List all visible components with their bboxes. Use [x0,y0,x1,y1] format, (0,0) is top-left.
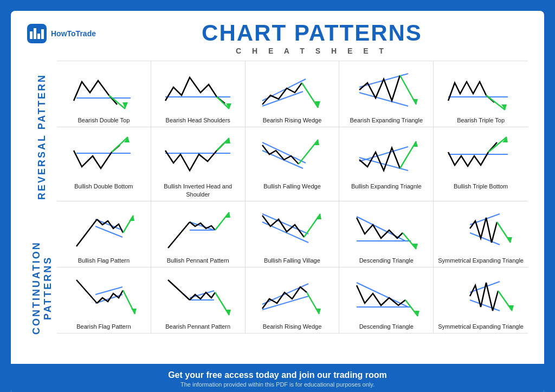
svg-line-26 [299,140,318,164]
label-bullish-expanding-triangle: Bullish Expanding Triagnle [351,182,422,190]
chart-bearish-triple-top [443,66,519,114]
pattern-cell-descending-triangle-2: Descending Triangle [339,267,434,333]
logo-bar-2 [34,28,36,39]
chart-descending-triangle [349,206,424,254]
pattern-cell-bullish-flag: Bullish Flag Pattern [57,201,151,267]
svg-line-64 [168,280,190,300]
svg-line-73 [405,300,418,316]
chart-bearish-pennant [160,272,236,321]
logo-text: HowToTrade [51,29,96,38]
chart-bullish-expanding-triangle [349,132,424,180]
title-area: CHART PATTERNS C H E A T S H E E T [96,22,528,55]
label-bearish-rising-wedge-cont: Bearish Rising Wedge [263,323,322,330]
label-bullish-inverted-head-shoulder: Bullish Inverted Head and Shoulder [154,182,242,198]
chart-symmetrical-expanding-1 [443,206,519,254]
label-bearish-rising-wedge: Bearish Rising Wedge [263,116,322,124]
svg-marker-44 [225,212,230,218]
logo-area: HowToTrade [27,24,96,43]
footer: Get your free access today and join our … [11,364,544,392]
chart-bullish-inverted-head-shoulder [160,132,236,180]
outer-container: HowToTrade CHART PATTERNS C H E A T S H … [5,5,550,392]
label-bearish-expanding-triangle: Bearish Expanding Triangle [350,116,423,124]
label-descending-triangle-2: Descending Triangle [359,323,414,330]
pattern-cell-bearish-flag: Bearish Flag Pattern [57,267,151,333]
continuation-label: CONTINUATION PATTERNS [27,212,57,364]
label-bullish-pennant: Bullish Pennant Pattern [167,257,229,264]
pattern-cell-bullish-triple-bottom: Bullish Triple Bottom [434,127,528,201]
chart-bullish-falling-wedge [254,132,330,180]
label-bullish-double-bottom: Bullish Double Bottom [74,182,133,190]
chart-bearish-double-top [66,66,141,114]
svg-marker-48 [316,214,321,219]
svg-marker-27 [314,140,319,145]
chart-bearish-rising-wedge-cont [254,272,330,321]
pattern-cell-bearish-double-top: Bearish Double Top [57,61,151,127]
logo-bars [30,28,44,39]
chart-bullish-triple-bottom [443,132,519,180]
label-bullish-falling-wedge: Bullish Falling Wedge [263,182,321,190]
svg-line-33 [488,137,507,152]
label-bearish-flag: Bearish Flag Pattern [76,323,131,330]
pattern-cell-descending-triangle: Descending Triangle [339,201,434,267]
footer-sub: The information provided within this PDF… [17,381,538,388]
label-symmetrical-expanding-1: Symmetrical Expanding Triangle [438,257,524,264]
label-bearish-pennant: Bearish Pennant Pattern [165,323,230,330]
chart-bearish-rising-wedge [254,66,330,114]
label-descending-triangle-1: Descending Triangle [359,257,414,264]
svg-line-54 [470,233,500,245]
pattern-cell-bullish-expanding-triangle: Bullish Expanding Triagnle [339,127,434,201]
chart-bearish-head-shoulders [160,66,236,114]
pattern-cell-bullish-double-bottom: Bullish Double Bottom [57,127,151,201]
svg-line-5 [217,97,229,109]
logo-icon [27,24,47,43]
label-bullish-triple-bottom: Bullish Triple Bottom [454,182,508,190]
svg-line-67 [262,284,308,304]
label-bearish-double-top: Bearish Double Top [78,116,130,124]
svg-line-77 [498,291,512,311]
pattern-cell-bearish-rising-wedge-cont: Bearish Rising Wedge [246,267,340,333]
chart-bearish-expanding-triangle [349,66,424,114]
footer-main: Get your free access today and join our … [17,370,538,380]
label-bullish-falling-village: Bullish Falling Village [264,257,320,264]
main-card: HowToTrade CHART PATTERNS C H E A T S H … [11,11,544,392]
label-bearish-triple-top: Bearish Triple Top [457,116,505,124]
pattern-cell-bullish-falling-wedge: Bullish Falling Wedge [246,127,340,201]
pattern-cell-bearish-head-shoulders: Bearish Head Shoulders [151,61,246,127]
svg-line-12 [359,93,408,106]
patterns-row-1: Bearish Double Top Bearish Head Shoulder… [57,61,528,127]
svg-line-16 [486,95,505,110]
header: HowToTrade CHART PATTERNS C H E A T S H … [27,22,528,55]
svg-line-22 [217,138,229,151]
label-bearish-head-shoulders: Bearish Head Shoulders [166,116,230,124]
svg-line-19 [112,137,128,152]
svg-line-9 [302,83,318,108]
pattern-cell-symmetrical-expanding-2: Symmetrical Expanding Triangle [434,267,528,333]
pattern-cell-bearish-expanding-triangle: Bearish Expanding Triangle [339,61,434,127]
reversal-label: REVERSAL PATTERN [27,61,57,212]
sub-title: C H E A T S H E E T [96,47,528,55]
chart-bullish-falling-village [254,206,330,254]
side-label-container: REVERSAL PATTERN CONTINUATION PATTERNS [27,61,57,364]
svg-line-59 [76,280,97,303]
logo-bar-3 [37,34,40,39]
main-title: CHART PATTERNS [96,22,528,44]
chart-bullish-double-bottom [66,132,141,180]
label-symmetrical-expanding-2: Symmetrical Expanding Triangle [438,323,524,330]
logo-bar-1 [30,31,33,39]
chart-bullish-pennant [160,206,236,254]
patterns-grid: Bearish Double Top Bearish Head Shoulder… [57,61,528,364]
pattern-cell-bearish-pennant: Bearish Pennant Pattern [151,267,246,333]
pattern-cell-bearish-rising-wedge: Bearish Rising Wedge [246,61,340,127]
svg-line-42 [168,222,190,248]
pattern-cell-bullish-inverted-head-shoulder: Bullish Inverted Head and Shoulder [151,127,246,201]
pattern-cell-bullish-pennant: Bullish Pennant Pattern [151,201,246,267]
pattern-cell-bullish-falling-village: Bullish Falling Village [246,201,340,267]
logo-bar-4 [41,29,44,39]
svg-line-37 [76,219,97,246]
pattern-cell-bearish-triple-top: Bearish Triple Top [434,61,528,127]
content-area: REVERSAL PATTERN CONTINUATION PATTERNS [27,61,528,364]
chart-symmetrical-expanding-2 [443,272,519,321]
patterns-row-3: Bullish Flag Pattern Bullish Pennant P [57,201,528,267]
label-bullish-flag: Bullish Flag Pattern [78,257,130,264]
svg-line-1 [109,95,125,109]
